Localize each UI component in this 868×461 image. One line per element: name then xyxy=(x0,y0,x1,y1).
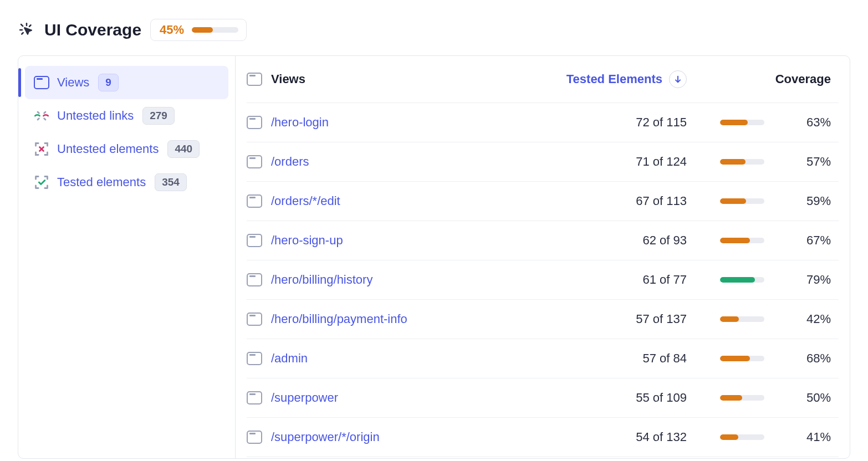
cell-coverage: 41% xyxy=(764,430,831,444)
sidebar-item-untested-elements[interactable]: Untested elements440 xyxy=(25,132,228,166)
sidebar-item-label: Tested elements xyxy=(57,175,146,189)
cell-route: /hero-sign-up xyxy=(247,233,543,248)
coverage-bar xyxy=(720,159,764,165)
coverage-bar xyxy=(720,356,764,361)
window-icon xyxy=(247,234,262,247)
route-path[interactable]: /superpower/*/origin xyxy=(271,430,380,444)
sidebar-item-label: Untested elements xyxy=(57,142,159,156)
cell-tested: 54 of 132 xyxy=(543,430,687,444)
sidebar: Views9Untested links279Untested elements… xyxy=(18,56,236,458)
cell-coverage: 50% xyxy=(764,391,831,405)
cell-bar xyxy=(687,238,764,243)
page-header: UI Coverage 45% xyxy=(0,0,868,55)
main-table: Views Tested Elements Coverage /hero-log… xyxy=(236,56,850,458)
page-title: UI Coverage xyxy=(44,21,141,39)
content-panel: Views9Untested links279Untested elements… xyxy=(18,55,850,459)
target-x-icon xyxy=(34,141,49,157)
coverage-bar-fill xyxy=(720,198,746,204)
coverage-bar-fill xyxy=(720,238,750,243)
table-row[interactable]: /hero-login72 of 11563% xyxy=(247,103,839,142)
route-path[interactable]: /hero-login xyxy=(271,115,329,130)
cell-route: /orders/*/edit xyxy=(247,194,543,208)
col-header-views: Views xyxy=(247,72,543,86)
sidebar-item-count: 354 xyxy=(155,173,187,191)
sidebar-item-tested-elements[interactable]: Tested elements354 xyxy=(25,166,228,199)
cell-route: /hero-login xyxy=(247,115,543,130)
coverage-bar xyxy=(720,395,764,401)
cell-tested: 55 of 109 xyxy=(543,391,687,405)
cell-bar xyxy=(687,198,764,204)
route-path[interactable]: /hero-sign-up xyxy=(271,233,343,248)
cell-bar xyxy=(687,316,764,322)
coverage-bar-fill xyxy=(720,120,748,125)
overall-coverage-bar xyxy=(192,27,238,33)
cell-coverage: 42% xyxy=(764,312,831,326)
coverage-bar-fill xyxy=(720,395,742,401)
arrow-down-icon xyxy=(673,75,682,84)
coverage-bar xyxy=(720,198,764,204)
sidebar-icon xyxy=(34,175,49,190)
window-icon xyxy=(247,116,262,129)
table-row[interactable]: /hero/billing/history61 of 7779% xyxy=(247,260,839,300)
cell-tested: 72 of 115 xyxy=(543,115,687,130)
coverage-bar-fill xyxy=(720,316,739,322)
table-header: Views Tested Elements Coverage xyxy=(247,56,839,103)
route-path[interactable]: /hero/billing/payment-info xyxy=(271,312,407,326)
route-path[interactable]: /orders xyxy=(271,155,309,169)
route-path[interactable]: /orders/*/edit xyxy=(271,194,340,208)
window-icon xyxy=(34,76,49,89)
table-row[interactable]: /orders71 of 12457% xyxy=(247,142,839,182)
cell-coverage: 79% xyxy=(764,273,831,287)
col-header-tested[interactable]: Tested Elements xyxy=(543,70,687,88)
col-header-tested-label[interactable]: Tested Elements xyxy=(566,72,662,86)
sidebar-item-count: 440 xyxy=(167,140,200,158)
table-row[interactable]: /hero/billing/payment-info57 of 13742% xyxy=(247,300,839,339)
table-row[interactable]: /superpower55 of 10950% xyxy=(247,378,839,418)
window-icon xyxy=(247,73,262,86)
target-check-icon xyxy=(34,175,49,190)
sort-desc-button[interactable] xyxy=(669,70,687,88)
overall-coverage-pct: 45% xyxy=(160,23,184,37)
window-icon xyxy=(247,194,262,208)
col-header-coverage-label: Coverage xyxy=(775,72,831,86)
sidebar-item-untested-links[interactable]: Untested links279 xyxy=(25,99,228,132)
svg-line-0 xyxy=(21,24,23,26)
coverage-bar-fill xyxy=(720,277,755,283)
cell-route: /hero/billing/payment-info xyxy=(247,312,543,326)
table-row[interactable]: /hero-sign-up62 of 9367% xyxy=(247,221,839,260)
cell-bar xyxy=(687,159,764,165)
sidebar-item-label: Untested links xyxy=(57,109,134,123)
cell-route: /admin xyxy=(247,351,543,366)
cell-coverage: 63% xyxy=(764,115,831,130)
col-header-views-label: Views xyxy=(271,72,305,86)
coverage-bar-fill xyxy=(720,434,738,440)
cell-tested: 57 of 137 xyxy=(543,312,687,326)
table-row[interactable]: /superpower/*/origin54 of 13241% xyxy=(247,418,839,457)
overall-coverage-pill: 45% xyxy=(150,19,247,41)
overall-coverage-bar-fill xyxy=(192,27,213,33)
coverage-bar xyxy=(720,238,764,243)
table-row[interactable]: /orders/*/edit67 of 11359% xyxy=(247,182,839,221)
coverage-bar xyxy=(720,316,764,322)
route-path[interactable]: /admin xyxy=(271,351,308,366)
cell-tested: 62 of 93 xyxy=(543,233,687,248)
route-path[interactable]: /superpower xyxy=(271,391,338,405)
cell-bar xyxy=(687,395,764,401)
sidebar-item-views[interactable]: Views9 xyxy=(25,66,228,99)
broken-link-icon xyxy=(34,108,49,124)
cell-coverage: 67% xyxy=(764,233,831,248)
cell-route: /hero/billing/history xyxy=(247,273,543,287)
cell-tested: 71 of 124 xyxy=(543,155,687,169)
coverage-bar xyxy=(720,434,764,440)
sidebar-icon xyxy=(34,108,49,124)
window-icon xyxy=(247,155,262,168)
window-icon xyxy=(247,352,262,365)
coverage-bar-fill xyxy=(720,356,750,361)
table-row[interactable]: /admin57 of 8468% xyxy=(247,339,839,378)
cell-bar xyxy=(687,356,764,361)
cell-bar xyxy=(687,277,764,283)
cell-coverage: 57% xyxy=(764,155,831,169)
cell-tested: 67 of 113 xyxy=(543,194,687,208)
route-path[interactable]: /hero/billing/history xyxy=(271,273,372,287)
cursor-click-icon xyxy=(18,21,35,39)
